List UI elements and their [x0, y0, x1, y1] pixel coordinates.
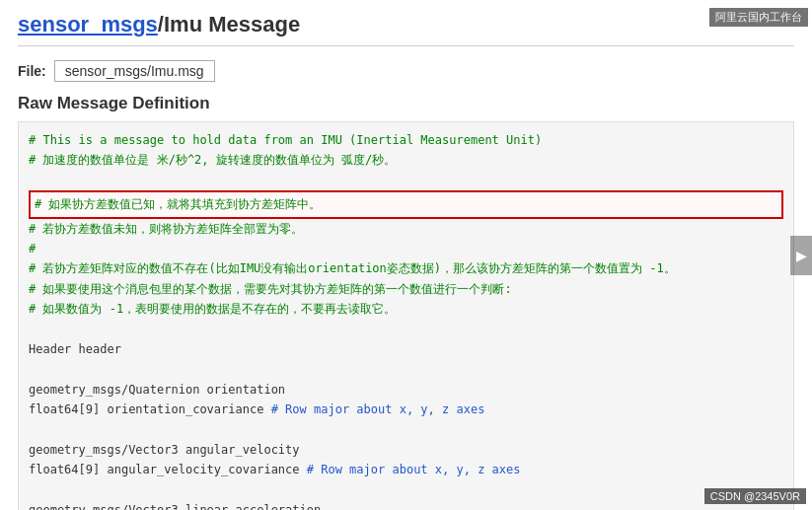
code-line-linear: geometry_msgs/Vector3 linear_acceleratio…: [29, 503, 321, 510]
file-row: File: sensor_msgs/Imu.msg: [18, 60, 794, 82]
title-rest: /Imu Message: [158, 12, 300, 36]
file-value: sensor_msgs/Imu.msg: [54, 60, 215, 82]
code-line-7: # 如果要使用这个消息包里的某个数据，需要先对其协方差矩阵的第一个数值进行一个判…: [29, 282, 512, 296]
raw-section-title: Raw Message Definition: [18, 94, 794, 113]
code-line-5: #: [29, 242, 36, 255]
code-line-2: # 加速度的数值单位是 米/秒^2, 旋转速度的数值单位为 弧度/秒。: [29, 153, 396, 167]
code-line-angular: geometry_msgs/Vector3 angular_velocity: [29, 443, 300, 457]
code-line-header: Header header: [29, 342, 121, 356]
code-line-orientation: geometry_msgs/Quaternion orientation: [29, 383, 285, 397]
csdn-badge: CSDN @2345V0R: [704, 488, 806, 504]
code-line-orient-cov: float64[9] orientation_covariance # Row …: [29, 402, 484, 416]
main-content: sensor_msgs/Imu Message File: sensor_msg…: [0, 0, 812, 510]
watermark: 阿里云国内工作台: [709, 8, 808, 27]
file-label: File:: [18, 63, 46, 79]
code-line-highlight: # 如果协方差数值已知，就将其填充到协方差矩阵中。: [29, 190, 783, 218]
code-line-angular-cov: float64[9] angular_velocity_covariance #…: [29, 463, 521, 476]
code-section: # This is a message to hold data from an…: [29, 130, 783, 510]
code-line-1: # This is a message to hold data from an…: [29, 133, 542, 147]
page-title: sensor_msgs/Imu Message: [18, 12, 794, 46]
play-button[interactable]: ▶: [790, 236, 812, 275]
code-line-8: # 如果数值为 -1，表明要使用的数据是不存在的，不要再去读取它。: [29, 302, 396, 316]
code-line-4: # 若协方差数值未知，则将协方差矩阵全部置为零。: [29, 222, 303, 236]
title-link[interactable]: sensor_msgs: [18, 12, 158, 36]
code-block: # This is a message to hold data from an…: [18, 121, 794, 510]
code-line-6: # 若协方差矩阵对应的数值不存在(比如IMU没有输出orientation姿态数…: [29, 261, 676, 275]
